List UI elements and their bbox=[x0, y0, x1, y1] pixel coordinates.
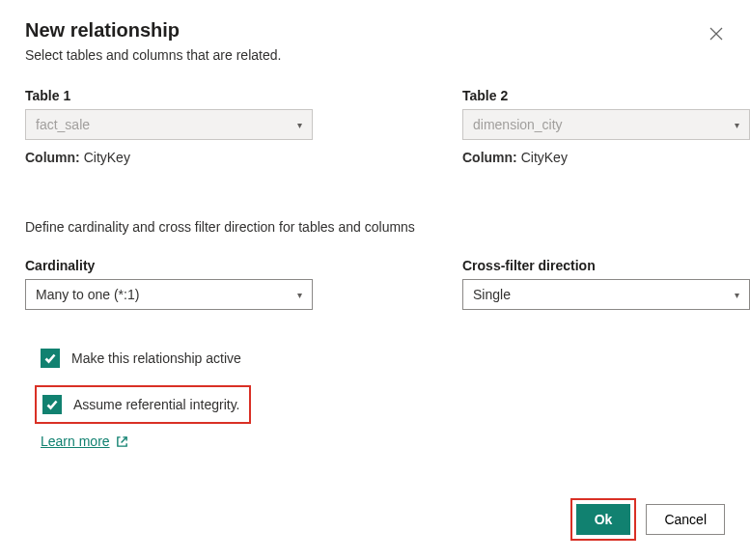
chevron-down-icon: ▾ bbox=[735, 120, 739, 130]
check-icon bbox=[43, 351, 57, 365]
dialog-title: New relationship bbox=[25, 19, 180, 42]
chevron-down-icon: ▾ bbox=[297, 120, 302, 130]
chevron-down-icon: ▾ bbox=[735, 290, 739, 300]
active-checkbox[interactable] bbox=[41, 349, 60, 368]
ok-highlight: Ok bbox=[570, 498, 637, 541]
active-checkbox-row: Make this relationship active bbox=[41, 347, 725, 370]
svg-line-2 bbox=[121, 436, 126, 442]
table1-value: fact_sale bbox=[36, 117, 297, 132]
cross-filter-value: Single bbox=[473, 287, 735, 302]
define-text: Define cardinality and cross filter dire… bbox=[25, 219, 725, 235]
dialog-footer: Ok Cancel bbox=[570, 498, 725, 541]
check-icon bbox=[45, 398, 59, 411]
integrity-checkbox[interactable] bbox=[42, 395, 62, 414]
external-link-icon bbox=[116, 435, 128, 448]
active-checkbox-label: Make this relationship active bbox=[71, 350, 241, 366]
cancel-button[interactable]: Cancel bbox=[646, 504, 725, 535]
ok-button[interactable]: Ok bbox=[576, 504, 631, 535]
table1-label: Table 1 bbox=[25, 88, 313, 103]
table1-select[interactable]: fact_sale ▾ bbox=[25, 109, 313, 140]
table2-column: Column: CityKey bbox=[462, 150, 750, 165]
table2-select[interactable]: dimension_city ▾ bbox=[462, 109, 750, 140]
close-icon bbox=[709, 27, 723, 41]
integrity-highlight: Assume referential integrity. bbox=[35, 385, 251, 424]
integrity-checkbox-row: Assume referential integrity. bbox=[42, 393, 239, 416]
cross-filter-select[interactable]: Single ▾ bbox=[462, 279, 750, 310]
cardinality-label: Cardinality bbox=[25, 258, 313, 273]
close-button[interactable] bbox=[708, 25, 725, 42]
cardinality-select[interactable]: Many to one (*:1) ▾ bbox=[25, 279, 313, 310]
cross-filter-label: Cross-filter direction bbox=[462, 258, 750, 273]
cardinality-value: Many to one (*:1) bbox=[36, 287, 297, 302]
chevron-down-icon: ▾ bbox=[297, 290, 302, 300]
learn-more-text: Learn more bbox=[41, 434, 110, 449]
integrity-checkbox-label: Assume referential integrity. bbox=[73, 397, 239, 412]
dialog-subtitle: Select tables and columns that are relat… bbox=[25, 47, 725, 63]
learn-more-link[interactable]: Learn more bbox=[41, 434, 128, 449]
table1-column: Column: CityKey bbox=[25, 150, 313, 165]
table2-value: dimension_city bbox=[473, 117, 735, 132]
table2-label: Table 2 bbox=[462, 88, 750, 103]
